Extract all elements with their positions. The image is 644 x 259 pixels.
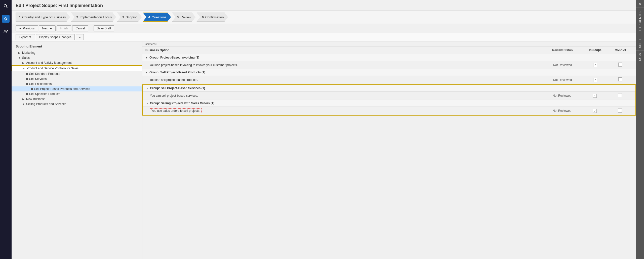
step-5-label: Review	[181, 15, 191, 19]
arrow-left-icon: ◄	[19, 27, 22, 30]
svg-point-3	[4, 30, 6, 31]
export-label: Export	[19, 35, 28, 39]
tree-label-account-activity: Account and Activity Management	[26, 61, 140, 65]
tree-toggle-selling-products: ▼	[22, 102, 25, 106]
group-label-sell-services: Group: Sell Project-Based Services (1)	[150, 86, 205, 90]
save-draft-button[interactable]: Save Draft	[94, 25, 114, 31]
search-icon[interactable]	[2, 3, 10, 10]
shelf-label[interactable]: SHELF	[638, 35, 642, 50]
tree-item-sell-standard[interactable]: Sell Standard Products	[12, 71, 142, 76]
tree-item-sell-entitlements[interactable]: Sell Entitlements	[12, 81, 142, 86]
navigate-icon[interactable]	[2, 15, 10, 23]
cell-text-sell-services-1: You can sell project-based services.	[150, 94, 542, 97]
step-1-label: Country and Type of Business	[22, 15, 66, 19]
checkbox-scope-invoicing-1[interactable]: ✓	[593, 63, 597, 67]
checkbox-conflict-invoicing-1[interactable]	[618, 63, 622, 67]
table-row-sell-products-1: You can sell project-based products. Not…	[142, 76, 636, 84]
close-button[interactable]: ✕	[636, 0, 644, 8]
toolbar-separator	[91, 26, 91, 31]
main-toolbar: ◄ Previous Next ► Finish Cancel Save Dra…	[12, 24, 636, 33]
checkbox-conflict-sell-services-1[interactable]	[618, 93, 622, 97]
checkbox-scope-sell-services-1[interactable]: ✓	[593, 94, 597, 98]
tree-item-sell-services[interactable]: Sell Services	[12, 76, 142, 81]
tree-item-sell-project-based[interactable]: Sell Project-Based Products and Services	[12, 86, 142, 91]
step-6-num: 6	[202, 15, 204, 19]
more-button[interactable]: »	[76, 34, 84, 40]
group-header-sell-services[interactable]: ▼ Group: Sell Project-Based Services (1)	[143, 85, 635, 92]
table-row-sell-services-1: You can sell project-based services. Not…	[143, 92, 635, 100]
checkbox-conflict-selling-projects-1[interactable]	[618, 109, 622, 113]
cell-conflict-invoicing-1[interactable]	[608, 63, 633, 67]
group-label-selling-projects: Group: Selling Projects with Sales Order…	[150, 101, 214, 105]
help-center-label[interactable]: HELP CENTER	[638, 8, 642, 35]
next-button[interactable]: Next ►	[39, 25, 56, 31]
checkbox-scope-sell-products-1[interactable]: ✓	[593, 78, 597, 82]
header-business-option: Business Option	[145, 48, 542, 52]
partial-top-row: services?	[142, 41, 636, 47]
tree-label-new-business: New Business	[26, 97, 140, 101]
tree-item-product-service[interactable]: ▼ Product and Service Portfolio for Sale…	[12, 65, 142, 71]
bullet-sell-entitlements	[26, 83, 28, 85]
tree-label-selling-products: Selling Products and Services	[26, 102, 140, 106]
tree-item-new-business[interactable]: ▶ New Business	[12, 96, 142, 101]
tree-label-sell-entitlements: Sell Entitlements	[29, 82, 140, 86]
step-3-num: 3	[123, 15, 124, 19]
wizard-step-2[interactable]: 2 Implementation Focus	[71, 13, 116, 22]
cancel-button[interactable]: Cancel	[72, 25, 88, 31]
next-label: Next	[42, 27, 49, 30]
users-icon[interactable]	[2, 28, 10, 35]
cell-conflict-selling-projects-1[interactable]	[607, 109, 632, 113]
finish-button[interactable]: Finish	[57, 25, 71, 31]
page-title: Edit Project Scope: First Implementation	[16, 3, 632, 8]
cell-conflict-sell-services-1[interactable]	[607, 93, 632, 98]
table-row-selling-projects-1: You use sales orders to sell projects. N…	[143, 107, 635, 115]
previous-button[interactable]: ◄ Previous	[16, 25, 38, 31]
step-2-num: 2	[76, 15, 78, 19]
previous-label: Previous	[23, 27, 35, 30]
tree-label-sell-standard: Sell Standard Products	[29, 72, 140, 76]
wizard-step-5[interactable]: 5 Review	[172, 13, 196, 22]
bullet-sell-project-based	[31, 88, 33, 90]
right-sidebar: ✕ HELP CENTER SHELF TAGS	[636, 0, 644, 259]
tree-label-sell-specified: Sell Specified Products	[29, 92, 140, 96]
bordered-text-selling-projects: You use sales orders to sell projects.	[150, 108, 202, 113]
cell-scope-sell-services-1[interactable]: ✓	[582, 94, 607, 98]
group-header-selling-projects[interactable]: ▼ Group: Selling Projects with Sales Ord…	[143, 100, 635, 107]
secondary-toolbar: Export ▼ Display Scope Changes »	[12, 33, 636, 41]
tree-item-marketing[interactable]: ▶ Marketing	[12, 50, 142, 55]
tree-item-sales[interactable]: ▼ Sales	[12, 55, 142, 60]
wizard-step-1[interactable]: 1 Country and Type of Business	[16, 13, 70, 22]
wizard-steps: 1 Country and Type of Business 2 Impleme…	[12, 11, 636, 24]
group-header-invoicing[interactable]: ▼ Group: Project-Based Invoicing (1)	[142, 54, 636, 61]
cell-conflict-sell-products-1[interactable]	[608, 77, 633, 82]
close-icon: ✕	[638, 2, 641, 6]
step-4-label: Questions	[152, 15, 167, 19]
wizard-step-3[interactable]: 3 Scoping	[117, 13, 142, 22]
display-scope-button[interactable]: Display Scope Changes	[36, 34, 75, 40]
group-header-sell-products[interactable]: ▼ Group: Sell Project-Based Products (1)	[142, 69, 636, 76]
export-button[interactable]: Export ▼	[16, 34, 35, 40]
tree-label-marketing: Marketing	[22, 51, 140, 55]
table-panel: services? Business Option Review Status …	[142, 41, 636, 259]
tags-label[interactable]: TAGS	[638, 50, 642, 64]
wizard-step-4[interactable]: 4 Questions	[143, 13, 171, 22]
wizard-step-6[interactable]: 6 Confirmation	[196, 13, 228, 22]
tree-item-selling-products[interactable]: ▼ Selling Products and Services	[12, 101, 142, 107]
checkbox-scope-selling-projects-1[interactable]: ✓	[593, 109, 597, 113]
cell-scope-selling-projects-1[interactable]: ✓	[582, 109, 607, 113]
header-in-scope: In Scope	[583, 48, 608, 52]
cancel-label: Cancel	[75, 27, 85, 30]
checkbox-conflict-sell-products-1[interactable]	[618, 77, 622, 81]
tree-toggle-account: ▶	[22, 61, 25, 65]
tree-label-sell-services: Sell Services	[29, 77, 140, 81]
cell-scope-sell-products-1[interactable]: ✓	[583, 78, 608, 82]
bullet-sell-services	[26, 78, 28, 80]
group-toggle-sell-products: ▼	[145, 71, 148, 74]
title-bar: Edit Project Scope: First Implementation	[12, 0, 636, 11]
group-toggle-sell-services: ▼	[146, 87, 148, 90]
tree-item-sell-specified[interactable]: Sell Specified Products	[12, 91, 142, 96]
group-toggle-invoicing: ▼	[145, 56, 148, 59]
main-wrapper: Edit Project Scope: First Implementation…	[12, 0, 636, 259]
tree-item-account-activity[interactable]: ▶ Account and Activity Management	[12, 60, 142, 65]
cell-scope-invoicing-1[interactable]: ✓	[583, 63, 608, 67]
